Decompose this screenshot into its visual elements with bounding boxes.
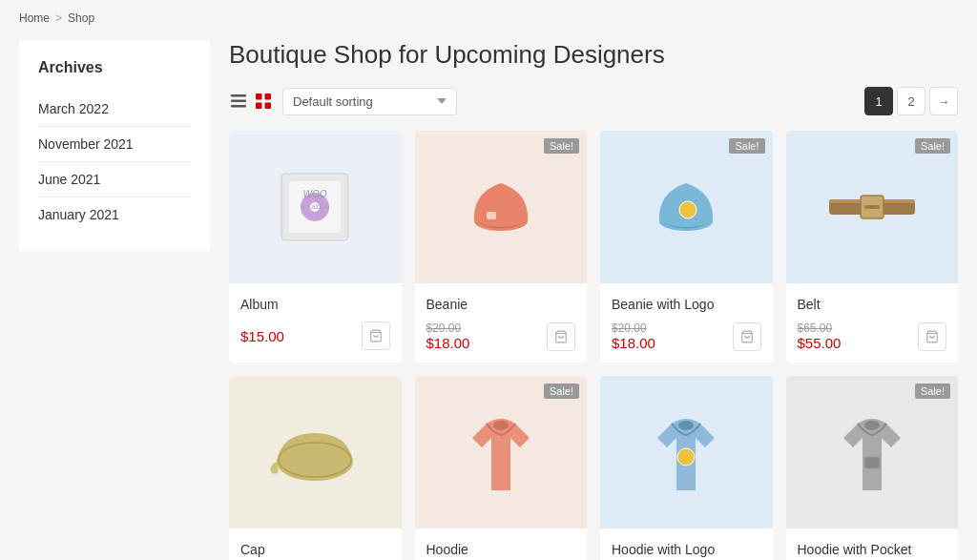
product-image <box>638 404 734 500</box>
grid-view-button[interactable] <box>254 92 273 111</box>
svg-rect-32 <box>864 457 880 468</box>
breadcrumb: Home > Shop <box>19 11 958 25</box>
breadcrumb-home[interactable]: Home <box>19 11 50 25</box>
product-image-wrapper: Sale! <box>415 131 588 283</box>
svg-text:WOO: WOO <box>303 189 327 199</box>
product-card[interactable]: Hoodie with Logo <box>600 376 773 560</box>
svg-point-24 <box>870 205 874 209</box>
sidebar-box: Archives March 2022November 2021June 202… <box>19 40 210 251</box>
toolbar-left: Default sortingSort by popularitySort by… <box>229 88 457 115</box>
sidebar-items: March 2022November 2021June 2021January … <box>38 92 191 232</box>
sale-badge: Sale! <box>544 138 579 154</box>
toolbar: Default sortingSort by popularitySort by… <box>229 87 958 115</box>
product-card[interactable]: Sale! Beanie with Logo$20.00$18.00 <box>600 131 773 363</box>
sale-badge: Sale! <box>544 384 579 399</box>
product-image <box>824 404 920 500</box>
price-current: $55.00 <box>798 335 842 351</box>
svg-rect-5 <box>256 103 262 110</box>
add-to-cart-button[interactable] <box>733 322 761 351</box>
price-current: $18.00 <box>426 335 470 351</box>
pagination: 12→ <box>864 87 958 115</box>
sort-select[interactable]: Default sortingSort by popularitySort by… <box>282 88 457 115</box>
pagination-next-button[interactable]: → <box>929 87 958 115</box>
product-info: Hoodie <box>415 529 588 560</box>
svg-rect-6 <box>265 103 272 110</box>
product-card[interactable]: Sale! Belt$65.00$55.00 <box>786 131 959 363</box>
sidebar-item[interactable]: March 2022 <box>38 92 191 127</box>
product-name: Belt <box>798 297 947 312</box>
product-name: Beanie <box>426 297 576 312</box>
product-price: $65.00$55.00 <box>798 321 842 351</box>
product-card[interactable]: Sale! Hoodie <box>415 376 588 560</box>
product-price-row: $65.00$55.00 <box>798 321 947 351</box>
view-icons <box>229 92 273 111</box>
products-grid: WOO the album Album$15.00 Sale! Beanie$2… <box>229 131 958 560</box>
product-card[interactable]: Sale! Hoodie with Pocket <box>786 376 959 560</box>
sidebar-item[interactable]: November 2021 <box>38 127 191 162</box>
product-info: Belt$65.00$55.00 <box>786 283 959 363</box>
page-button-1[interactable]: 1 <box>864 87 893 115</box>
product-info: Album$15.00 <box>229 283 402 362</box>
sidebar-item[interactable]: June 2021 <box>38 162 191 197</box>
svg-point-30 <box>677 448 695 466</box>
price-original: $20.00 <box>426 321 470 335</box>
svg-rect-15 <box>487 212 496 219</box>
page-button-2[interactable]: 2 <box>897 87 925 115</box>
page-title: Boutique Shop for Upcoming Designers <box>229 40 958 70</box>
product-name: Album <box>240 297 390 312</box>
product-image: WOO the album <box>267 159 363 255</box>
sale-badge: Sale! <box>915 138 950 154</box>
add-to-cart-button[interactable] <box>918 322 946 351</box>
svg-rect-2 <box>231 105 246 108</box>
list-view-button[interactable] <box>229 93 248 110</box>
sidebar-item[interactable]: January 2021 <box>38 197 191 232</box>
product-image-wrapper <box>229 376 402 529</box>
product-image <box>638 159 734 255</box>
svg-text:the album: the album <box>301 203 330 210</box>
product-name: Cap <box>240 542 390 557</box>
product-price-row: $15.00 <box>240 321 390 350</box>
product-image <box>453 404 549 500</box>
price-original: $20.00 <box>612 321 655 335</box>
svg-point-18 <box>679 201 696 218</box>
product-info: Beanie$20.00$18.00 <box>415 283 588 363</box>
svg-point-29 <box>678 421 694 430</box>
product-image-wrapper: Sale! <box>786 376 959 529</box>
svg-point-31 <box>864 421 880 430</box>
product-card[interactable]: WOO the album Album$15.00 <box>229 131 402 363</box>
product-image-wrapper: Sale! <box>600 131 773 283</box>
price-original: $65.00 <box>798 321 842 335</box>
breadcrumb-current: Shop <box>68 11 94 25</box>
svg-rect-3 <box>256 93 262 100</box>
product-price-row: $20.00$18.00 <box>426 321 576 351</box>
product-name: Hoodie with Logo <box>612 542 761 557</box>
breadcrumb-sep: > <box>55 11 62 25</box>
add-to-cart-button[interactable] <box>362 321 390 350</box>
svg-rect-0 <box>231 94 246 97</box>
product-image-wrapper: Sale! <box>415 376 588 529</box>
product-card[interactable]: Sale! Beanie$20.00$18.00 <box>415 131 588 363</box>
product-card[interactable]: Cap <box>229 376 402 560</box>
product-image-wrapper: WOO the album <box>229 131 402 283</box>
product-image-wrapper: Sale! <box>786 131 959 283</box>
svg-point-28 <box>493 421 509 430</box>
add-to-cart-button[interactable] <box>547 322 575 351</box>
product-info: Hoodie with Pocket <box>786 529 959 560</box>
main-content: Boutique Shop for Upcoming Designers <box>229 40 958 560</box>
sale-badge: Sale! <box>915 384 950 399</box>
svg-rect-4 <box>265 93 272 100</box>
product-price: $15.00 <box>240 328 284 344</box>
price-current: $18.00 <box>612 335 655 351</box>
product-image <box>453 159 549 255</box>
product-price: $20.00$18.00 <box>612 321 655 351</box>
product-price: $20.00$18.00 <box>426 321 470 351</box>
product-info: Beanie with Logo$20.00$18.00 <box>600 283 773 363</box>
product-image <box>824 159 920 255</box>
product-price-row: $20.00$18.00 <box>612 321 761 351</box>
sale-badge: Sale! <box>729 138 764 154</box>
product-name: Beanie with Logo <box>612 297 761 312</box>
sidebar-title: Archives <box>38 59 191 76</box>
svg-rect-1 <box>231 100 246 103</box>
product-image-wrapper <box>600 376 773 529</box>
product-name: Hoodie with Pocket <box>798 542 947 557</box>
